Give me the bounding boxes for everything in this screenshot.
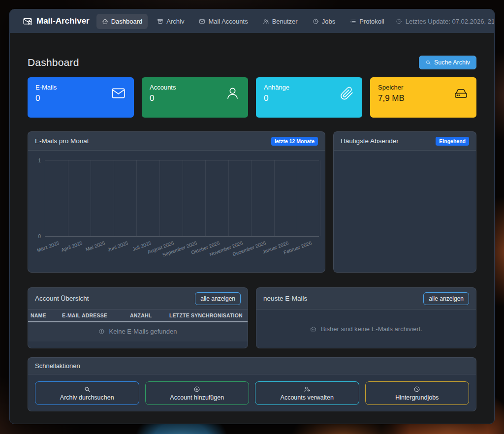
last-update: Letztes Update: 07.02.2026, 21:48 bbox=[396, 18, 495, 25]
chart-gridline bbox=[91, 160, 91, 236]
chart-x-label: Mai 2025 bbox=[85, 240, 106, 252]
chart-gridline bbox=[297, 160, 297, 236]
nav-item-jobs[interactable]: Jobs bbox=[307, 14, 341, 29]
navbar: Mail-Archiver DashboardArchivMail Accoun… bbox=[10, 9, 494, 33]
archive-icon bbox=[157, 18, 163, 25]
nav-item-label: Jobs bbox=[322, 18, 335, 25]
chart-x-axis bbox=[45, 236, 319, 237]
brand-label: Mail-Archiver bbox=[36, 16, 90, 26]
envelope-check-icon bbox=[23, 16, 32, 26]
quick-action-label: Accounts verwalten bbox=[281, 394, 334, 401]
envelope-open-icon bbox=[310, 326, 316, 332]
quick-action-accounts-verwalten[interactable]: Accounts verwalten bbox=[255, 381, 359, 405]
chart-gridline bbox=[159, 160, 160, 236]
column-header-name: NAME bbox=[28, 310, 59, 322]
top-senders-panel: Häufigste Absender Eingehend bbox=[333, 131, 476, 273]
clock-icon bbox=[313, 18, 319, 25]
quick-action-label: Account hinzufügen bbox=[170, 394, 224, 401]
quick-action-label: Archiv durchsuchen bbox=[60, 394, 114, 401]
quick-action-label: Hintergrundjobs bbox=[395, 394, 439, 401]
stat-card-speicher: Speicher7,9 MB bbox=[370, 77, 476, 118]
account-overview-title: Account Übersicht bbox=[35, 295, 89, 302]
clock-icon bbox=[413, 386, 420, 393]
speedometer-icon bbox=[102, 18, 108, 25]
chart-gridline bbox=[45, 160, 319, 161]
nav-item-mail-accounts[interactable]: Mail Accounts bbox=[193, 14, 253, 29]
stat-card-e-mails: E-Mails0 bbox=[28, 77, 134, 118]
paperclip-icon bbox=[339, 86, 354, 101]
chart-gridline bbox=[68, 160, 68, 236]
emails-empty-message: Bisher sind keine E-Mails archiviert. bbox=[256, 310, 476, 348]
person-gear-icon bbox=[304, 386, 311, 393]
chart-period-badge: letzte 12 Monate bbox=[271, 137, 318, 146]
column-header-letzte-synchronisation: LETZTE SYNCHRONISATION bbox=[166, 310, 248, 322]
latest-emails-panel: neuste E-Mails alle anzeigen Bisher sind… bbox=[256, 287, 476, 348]
nav-item-archiv[interactable]: Archiv bbox=[152, 14, 189, 29]
clock-icon bbox=[396, 18, 402, 25]
chart-gridline bbox=[320, 160, 320, 236]
nav-item-label: Dashboard bbox=[111, 18, 143, 25]
people-icon bbox=[263, 18, 269, 25]
column-header-anzahl: ANZAHL bbox=[127, 310, 166, 322]
chart-x-label: April 2025 bbox=[61, 240, 83, 253]
stat-card-anhänge: Anhänge0 bbox=[256, 77, 362, 118]
accounts-empty-text: Keine E-Mails gefunden bbox=[109, 328, 177, 335]
info-circle-icon bbox=[98, 328, 105, 335]
show-all-accounts-button[interactable]: alle anzeigen bbox=[195, 292, 241, 305]
chart-panel-title: E-Mails pro Monat bbox=[35, 137, 89, 145]
navbar-right: Letztes Update: 07.02.2026, 21:48 maadmi… bbox=[396, 14, 495, 29]
quick-action-account-hinzufügen[interactable]: Account hinzufügen bbox=[145, 381, 250, 405]
nav-item-label: Mail Accounts bbox=[208, 18, 248, 25]
show-all-emails-button[interactable]: alle anzeigen bbox=[423, 292, 469, 305]
account-overview-panel: Account Übersicht alle anzeigen NAMEE-MA… bbox=[28, 287, 248, 348]
incoming-badge: Eingehend bbox=[436, 137, 469, 146]
app-window: Mail-Archiver DashboardArchivMail Accoun… bbox=[9, 9, 495, 424]
accounts-table: NAMEE-MAIL ADRESSEANZAHLLETZTE SYNCHRONI… bbox=[28, 310, 248, 341]
chart-gridline bbox=[136, 160, 137, 236]
search-archive-label: Suche Archiv bbox=[434, 59, 470, 66]
stat-cards: E-Mails0Accounts0Anhänge0Speicher7,9 MB bbox=[28, 77, 476, 118]
chart-gridline bbox=[274, 160, 275, 236]
chart-gridline bbox=[205, 160, 206, 236]
main-content: Dashboard Suche Archiv E-Mails0Accounts0… bbox=[10, 33, 494, 411]
person-icon bbox=[225, 86, 240, 101]
chart-y-tick: 0 bbox=[28, 234, 41, 239]
quick-action-archiv-durchsuchen[interactable]: Archiv durchsuchen bbox=[35, 381, 139, 405]
nav-item-dashboard[interactable]: Dashboard bbox=[96, 14, 148, 29]
chart-y-tick: 1 bbox=[28, 158, 41, 163]
envelope-icon bbox=[111, 86, 126, 101]
accounts-empty-row: Keine E-Mails gefunden bbox=[28, 322, 248, 341]
list-icon bbox=[350, 18, 356, 25]
page-title: Dashboard bbox=[28, 57, 79, 68]
column-header-e-mail-adresse: E-MAIL ADRESSE bbox=[59, 310, 127, 322]
quick-action-hintergrundjobs[interactable]: Hintergrundjobs bbox=[365, 381, 470, 405]
search-archive-button[interactable]: Suche Archiv bbox=[419, 56, 476, 69]
emails-empty-text: Bisher sind keine E-Mails archiviert. bbox=[321, 325, 422, 333]
envelope-icon bbox=[199, 18, 205, 25]
chart-gridline bbox=[228, 160, 229, 236]
chart-x-label: März 2025 bbox=[36, 240, 60, 253]
quick-actions-title: Schnellaktionen bbox=[35, 362, 80, 370]
last-update-label: Letztes Update: 07.02.2026, 21:48 bbox=[406, 18, 495, 25]
brand[interactable]: Mail-Archiver bbox=[23, 16, 90, 26]
latest-emails-title: neuste E-Mails bbox=[263, 295, 307, 302]
emails-per-month-panel: E-Mails pro Monat letzte 12 Monate 01Mär… bbox=[28, 131, 325, 273]
chart-gridline bbox=[183, 160, 183, 236]
nav-item-label: Archiv bbox=[166, 18, 184, 25]
search-icon bbox=[425, 60, 431, 65]
nav-item-label: Protokoll bbox=[359, 18, 384, 25]
nav-item-label: Benutzer bbox=[272, 18, 298, 25]
emails-chart: 01März 2025April 2025Mai 2025Juni 2025Ju… bbox=[28, 151, 325, 273]
chart-gridline bbox=[45, 160, 45, 236]
plus-circle-icon bbox=[193, 386, 200, 393]
quick-actions-row: Archiv durchsuchenAccount hinzufügenAcco… bbox=[28, 374, 476, 411]
chart-x-label: Juni 2025 bbox=[107, 240, 129, 252]
nav-menu: DashboardArchivMail AccountsBenutzerJobs… bbox=[96, 14, 390, 29]
chart-gridline bbox=[251, 160, 252, 236]
senders-panel-title: Häufigste Absender bbox=[341, 137, 399, 145]
nav-item-protokoll[interactable]: Protokoll bbox=[345, 14, 390, 29]
stat-card-accounts: Accounts0 bbox=[142, 77, 248, 118]
hdd-icon bbox=[453, 86, 469, 101]
nav-item-benutzer[interactable]: Benutzer bbox=[257, 14, 303, 29]
chart-gridline bbox=[114, 160, 114, 236]
